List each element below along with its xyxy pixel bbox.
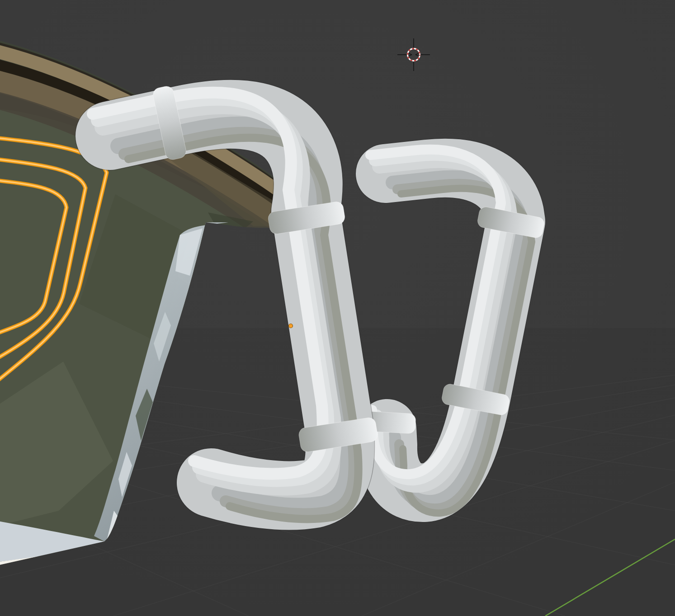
object-origin-dot xyxy=(289,324,293,328)
viewport-canvas[interactable] xyxy=(0,0,675,616)
pipe-handle-large[interactable] xyxy=(54,63,416,569)
viewport-stage[interactable] xyxy=(0,0,675,616)
